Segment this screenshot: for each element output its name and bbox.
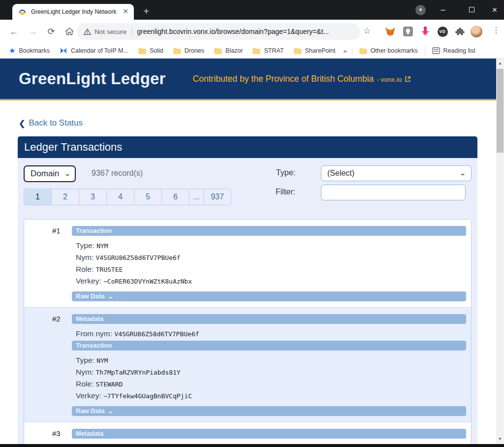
raw-data-toggle[interactable]: Raw Data⌄ [72,406,466,416]
back-to-status-link[interactable]: ❮ Back to Status [19,118,83,128]
panel-title: Ledger Transactions [18,136,477,158]
downloader-extension-icon[interactable] [419,25,432,38]
page-scrollbar[interactable]: ▲ ▼ [496,59,504,444]
site-header: GreenLight Ledger Contributed by the Pro… [0,59,496,100]
bookmarks-overflow-chevron[interactable]: » [340,47,349,55]
bookmark-label: Blazor [225,47,243,54]
section-header-bar: Metadata [72,429,466,439]
pagination-page-...[interactable]: ... [189,189,204,205]
pagination-page-4[interactable]: 4 [106,189,134,205]
panel-body: Domain ⌄ 9367 record(s) Type: (Select) ⌄… [18,158,477,444]
external-link-icon [405,76,411,82]
new-tab-button[interactable]: + [140,5,153,18]
pagination-page-937[interactable]: 937 [203,189,231,205]
bookmark-item[interactable]: Calendar of ToIP M... [55,47,133,54]
window-bottom-edge [0,444,504,447]
bookmark-label: STRAT [264,47,284,54]
profile-chevron-icon[interactable]: ▼ [415,5,426,15]
maximize-icon [469,7,474,12]
window-title-bar: GreenLight Ledger Indy Network ✕ + ▼ – × [0,0,504,20]
extensions-puzzle-icon[interactable] [453,25,466,38]
bookmark-item[interactable]: ★Bookmarks [4,46,55,55]
minimize-button[interactable]: – [433,3,453,17]
tab-close-icon[interactable]: ✕ [121,7,130,16]
bookmark-item[interactable]: Solid [133,47,168,54]
pagination: 123456...937 [24,189,231,205]
field-value: V4SGRU86Z58d6TV7PBUe6f [114,330,199,338]
browser-menu-icon[interactable]: ⋮ [492,26,501,35]
bookmark-item[interactable]: Drones [168,47,209,54]
field-value: TRUSTEE [96,266,123,273]
web-page: GreenLight Ledger Contributed by the Pro… [0,59,496,444]
profile-avatar[interactable] [470,25,483,38]
field-label: Verkey: [76,277,103,285]
ledger-select[interactable]: Domain ⌄ [24,165,76,182]
field-label: Role: [76,265,96,273]
maximize-button[interactable] [462,3,481,17]
type-select[interactable]: (Select) ⌄ [321,165,472,181]
avatar-image [471,26,482,37]
reload-icon[interactable]: ⟳ [44,25,58,38]
bookmark-item[interactable]: STRAT [248,47,288,54]
ledger-record: #1TransactionType: NYMNym: V4SGRU86Z58d6… [24,220,471,307]
field-label: Nym: [76,253,95,261]
vd-extension-icon[interactable]: VD [436,25,449,38]
keep-extension-icon[interactable] [402,25,414,38]
field-label: From nym: [76,329,114,338]
bookmarks-bar: ★BookmarksCalendar of ToIP M...SolidDron… [0,43,504,59]
bookmark-item[interactable]: Other bookmarks [354,47,423,54]
record-number: #3 [52,429,61,438]
field-label: Verkey: [76,391,103,400]
contributed-by-text: Contributed by the Province of British C… [193,74,411,84]
folder-icon [138,48,146,54]
bookmark-label: Reading list [443,47,475,54]
bookmark-label: Drones [185,47,204,54]
bookmark-label: Calendar of ToIP M... [71,47,128,54]
section-header-bar: Metadata [72,314,466,324]
field-value: ~7TYfekw4GUagBnBVCqPjiC [103,392,192,400]
scroll-down-icon[interactable]: ▼ [496,435,504,443]
back-link-label: Back to Status [29,118,83,128]
filter-input[interactable] [321,185,466,200]
contributed-text: Contributed by the Province of British C… [193,74,374,84]
folder-icon [359,48,367,54]
record-field: Nym: Th7MpTaRZVRYnPiabds81Y [76,366,466,378]
url-text[interactable]: greenlight.bcovrin.vonx.io/browse/domain… [137,28,329,35]
address-bar[interactable]: Not secure greenlight.bcovrin.vonx.io/br… [77,23,360,40]
bookmarks-separator [425,46,425,55]
bookmark-label: SharePoint [305,47,336,54]
bookmark-item[interactable]: Blazor [209,47,248,54]
raw-data-toggle[interactable]: Raw Data⌄ [72,291,466,301]
bookmark-star-icon[interactable]: ☆ [363,26,371,36]
pagination-page-3[interactable]: 3 [79,189,107,205]
home-icon[interactable] [63,25,76,38]
bookmark-label: Other bookmarks [371,47,418,54]
pagination-page-6[interactable]: 6 [161,189,189,205]
folder-icon [252,48,260,54]
vonx-link[interactable]: - vonx.io [377,76,402,83]
field-label: Nym: [76,368,95,376]
field-label: Role: [76,380,96,388]
metamask-extension-icon[interactable] [384,25,397,38]
pagination-page-5[interactable]: 5 [134,189,162,205]
ledger-transactions-panel: Ledger Transactions Domain ⌄ 9367 record… [18,136,477,444]
browser-tab[interactable]: GreenLight Ledger Indy Network ✕ [12,4,134,20]
scrollbar-thumb[interactable] [497,69,504,153]
chevron-down-icon: ⌄ [64,170,71,177]
favicon-sunrise-icon [18,8,27,16]
pagination-page-2[interactable]: 2 [51,189,79,205]
scroll-up-icon[interactable]: ▲ [496,60,504,67]
close-button[interactable]: × [485,3,504,17]
field-value: V4SGRU86Z58d6TV7PBUe6f [95,254,180,261]
omnibox-divider [131,28,132,35]
raw-data-label: Raw Data [76,406,105,416]
bookmark-item[interactable]: SharePoint [289,47,341,54]
field-value: NYM [96,242,108,250]
security-status: Not secure [94,28,126,35]
back-icon[interactable]: ← [7,25,21,38]
forward-icon[interactable]: → [26,25,39,38]
raw-data-label: Raw Data [76,291,105,301]
pagination-page-1[interactable]: 1 [24,189,52,205]
record-number: #2 [52,315,61,323]
bookmark-item[interactable]: Reading list [427,47,480,54]
